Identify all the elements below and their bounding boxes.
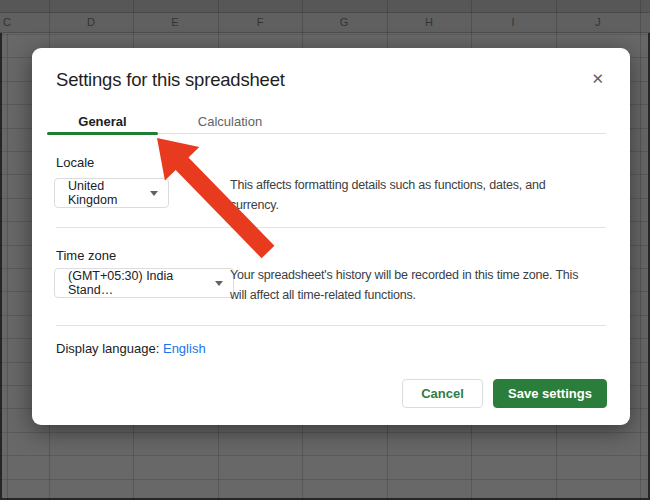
tab-general[interactable]: General [47,108,158,134]
timezone-label: Time zone [56,248,116,263]
display-language-row: Display language: English [56,341,206,356]
close-icon[interactable]: ✕ [591,71,604,86]
spreadsheet-settings-dialog: Settings for this spreadsheet ✕ General … [32,48,630,425]
timezone-select[interactable]: (GMT+05:30) India Stand… [54,268,234,298]
gridline [7,34,8,500]
column-header-D: D [87,16,95,28]
chevron-down-icon [215,281,223,286]
locale-select-value: United Kingdom [68,179,142,207]
spreadsheet-top-strip [0,0,650,13]
dialog-title: Settings for this spreadsheet [56,69,285,91]
timezone-select-value: (GMT+05:30) India Stand… [68,269,207,297]
column-header-H: H [425,16,433,28]
column-header-E: E [171,16,178,28]
locale-label: Locale [56,155,94,170]
locale-select[interactable]: United Kingdom [54,178,169,208]
cancel-button[interactable]: Cancel [402,379,483,408]
column-header-C: C [3,16,11,28]
gridline [640,0,641,500]
screenshot-root: { "spreadsheet": { "column_headers": ["C… [0,0,650,500]
tab-bar: General Calculation [47,108,606,134]
spreadsheet-column-header-row: CDEFGHIJ [0,13,650,33]
section-divider [56,325,606,326]
display-language-link[interactable]: English [163,341,206,356]
active-tab-underline [47,132,158,135]
column-header-G: G [340,16,349,28]
chevron-down-icon [150,191,158,196]
save-settings-button[interactable]: Save settings [493,379,607,408]
column-header-J: J [595,16,601,28]
dialog-button-row: Cancel Save settings [402,379,607,408]
column-header-F: F [257,16,264,28]
locale-help-text: This affects formatting details such as … [230,176,630,215]
tab-calculation[interactable]: Calculation [158,108,302,134]
column-header-I: I [511,16,514,28]
timezone-help-text: Your spreadsheet's history will be recor… [230,266,630,305]
section-divider [56,227,606,228]
display-language-label: Display language: [56,341,163,356]
